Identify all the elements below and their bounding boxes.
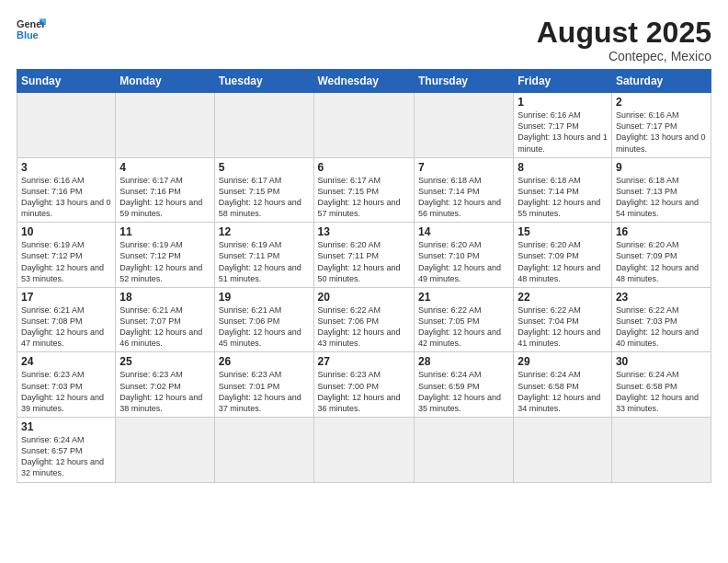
day-info: Sunrise: 6:20 AM Sunset: 7:09 PM Dayligh… xyxy=(518,239,608,284)
day-info: Sunrise: 6:17 AM Sunset: 7:15 PM Dayligh… xyxy=(318,175,410,220)
calendar-cell-w5-d4: 27Sunrise: 6:23 AM Sunset: 7:00 PM Dayli… xyxy=(313,352,414,418)
day-number: 10 xyxy=(21,225,111,238)
day-number: 22 xyxy=(518,291,608,304)
day-info: Sunrise: 6:18 AM Sunset: 7:14 PM Dayligh… xyxy=(518,175,608,220)
calendar-cell-w2-d2: 4Sunrise: 6:17 AM Sunset: 7:16 PM Daylig… xyxy=(116,157,214,223)
calendar-cell-w1-d3 xyxy=(214,93,313,158)
day-number: 11 xyxy=(119,225,210,238)
day-info: Sunrise: 6:17 AM Sunset: 7:15 PM Dayligh… xyxy=(219,175,310,220)
calendar-table: Sunday Monday Tuesday Wednesday Thursday… xyxy=(17,69,711,482)
calendar-cell-w5-d1: 24Sunrise: 6:23 AM Sunset: 7:03 PM Dayli… xyxy=(17,352,116,418)
day-number: 1 xyxy=(518,96,608,109)
day-number: 25 xyxy=(119,355,210,368)
day-info: Sunrise: 6:24 AM Sunset: 6:58 PM Dayligh… xyxy=(616,369,707,414)
day-number: 26 xyxy=(219,355,310,368)
day-number: 4 xyxy=(119,161,210,174)
col-thursday: Thursday xyxy=(414,70,513,93)
calendar-cell-w2-d7: 9Sunrise: 6:18 AM Sunset: 7:13 PM Daylig… xyxy=(611,157,711,223)
calendar-cell-w5-d3: 26Sunrise: 6:23 AM Sunset: 7:01 PM Dayli… xyxy=(214,352,313,418)
calendar-cell-w3-d7: 16Sunrise: 6:20 AM Sunset: 7:09 PM Dayli… xyxy=(611,223,711,288)
calendar-cell-w6-d3 xyxy=(214,418,313,483)
day-number: 31 xyxy=(21,420,111,433)
calendar-cell-w3-d6: 15Sunrise: 6:20 AM Sunset: 7:09 PM Dayli… xyxy=(514,223,612,288)
day-info: Sunrise: 6:22 AM Sunset: 7:05 PM Dayligh… xyxy=(418,304,509,350)
col-sunday: Sunday xyxy=(17,70,116,93)
day-info: Sunrise: 6:20 AM Sunset: 7:11 PM Dayligh… xyxy=(318,239,410,284)
day-info: Sunrise: 6:23 AM Sunset: 7:03 PM Dayligh… xyxy=(21,369,111,414)
location-subtitle: Contepec, Mexico xyxy=(537,49,711,63)
calendar-cell-w3-d3: 12Sunrise: 6:19 AM Sunset: 7:11 PM Dayli… xyxy=(214,223,313,288)
day-info: Sunrise: 6:19 AM Sunset: 7:11 PM Dayligh… xyxy=(219,239,310,284)
day-info: Sunrise: 6:18 AM Sunset: 7:14 PM Dayligh… xyxy=(418,175,509,220)
day-number: 2 xyxy=(616,96,707,109)
day-number: 30 xyxy=(616,355,707,368)
generalblue-logo-icon: General Blue xyxy=(17,17,46,42)
day-info: Sunrise: 6:19 AM Sunset: 7:12 PM Dayligh… xyxy=(119,239,210,284)
day-number: 18 xyxy=(119,291,210,304)
calendar-cell-w4-d2: 18Sunrise: 6:21 AM Sunset: 7:07 PM Dayli… xyxy=(116,287,214,352)
calendar-cell-w2-d6: 8Sunrise: 6:18 AM Sunset: 7:14 PM Daylig… xyxy=(514,157,612,223)
day-info: Sunrise: 6:22 AM Sunset: 7:06 PM Dayligh… xyxy=(318,304,410,350)
calendar-cell-w3-d4: 13Sunrise: 6:20 AM Sunset: 7:11 PM Dayli… xyxy=(313,223,414,288)
calendar-cell-w3-d1: 10Sunrise: 6:19 AM Sunset: 7:12 PM Dayli… xyxy=(17,223,116,288)
calendar-week-1: 1Sunrise: 6:16 AM Sunset: 7:17 PM Daylig… xyxy=(17,93,711,158)
calendar-cell-w5-d2: 25Sunrise: 6:23 AM Sunset: 7:02 PM Dayli… xyxy=(116,352,214,418)
day-number: 28 xyxy=(418,355,509,368)
month-year-title: August 2025 xyxy=(537,17,711,49)
calendar-cell-w6-d7 xyxy=(611,418,711,483)
day-number: 20 xyxy=(318,291,410,304)
day-info: Sunrise: 6:24 AM Sunset: 6:59 PM Dayligh… xyxy=(418,369,509,414)
day-info: Sunrise: 6:16 AM Sunset: 7:17 PM Dayligh… xyxy=(616,109,707,155)
day-info: Sunrise: 6:22 AM Sunset: 7:03 PM Dayligh… xyxy=(616,304,707,350)
day-number: 21 xyxy=(418,291,509,304)
day-info: Sunrise: 6:21 AM Sunset: 7:08 PM Dayligh… xyxy=(21,304,111,350)
calendar-cell-w1-d6: 1Sunrise: 6:16 AM Sunset: 7:17 PM Daylig… xyxy=(514,93,612,158)
col-monday: Monday xyxy=(116,70,214,93)
day-number: 15 xyxy=(518,225,608,238)
day-number: 24 xyxy=(21,355,111,368)
day-number: 16 xyxy=(616,225,707,238)
calendar-cell-w5-d6: 29Sunrise: 6:24 AM Sunset: 6:58 PM Dayli… xyxy=(514,352,612,418)
calendar-cell-w5-d5: 28Sunrise: 6:24 AM Sunset: 6:59 PM Dayli… xyxy=(414,352,513,418)
calendar-cell-w4-d5: 21Sunrise: 6:22 AM Sunset: 7:05 PM Dayli… xyxy=(414,287,513,352)
calendar-cell-w2-d4: 6Sunrise: 6:17 AM Sunset: 7:15 PM Daylig… xyxy=(313,157,414,223)
day-info: Sunrise: 6:19 AM Sunset: 7:12 PM Dayligh… xyxy=(21,239,111,284)
calendar-cell-w3-d5: 14Sunrise: 6:20 AM Sunset: 7:10 PM Dayli… xyxy=(414,223,513,288)
day-number: 7 xyxy=(418,161,509,174)
day-number: 23 xyxy=(616,291,707,304)
calendar-cell-w2-d1: 3Sunrise: 6:16 AM Sunset: 7:16 PM Daylig… xyxy=(17,157,116,223)
day-number: 13 xyxy=(318,225,410,238)
day-number: 29 xyxy=(518,355,608,368)
day-number: 8 xyxy=(518,161,608,174)
calendar-cell-w1-d2 xyxy=(116,93,214,158)
col-tuesday: Tuesday xyxy=(214,70,313,93)
calendar-header-row: Sunday Monday Tuesday Wednesday Thursday… xyxy=(17,70,711,93)
calendar-week-4: 17Sunrise: 6:21 AM Sunset: 7:08 PM Dayli… xyxy=(17,287,711,352)
calendar-cell-w4-d3: 19Sunrise: 6:21 AM Sunset: 7:06 PM Dayli… xyxy=(214,287,313,352)
day-info: Sunrise: 6:20 AM Sunset: 7:10 PM Dayligh… xyxy=(418,239,509,284)
day-info: Sunrise: 6:21 AM Sunset: 7:06 PM Dayligh… xyxy=(219,304,310,350)
header: General Blue August 2025 Contepec, Mexic… xyxy=(17,17,711,63)
calendar-week-5: 24Sunrise: 6:23 AM Sunset: 7:03 PM Dayli… xyxy=(17,352,711,418)
calendar-cell-w6-d5 xyxy=(414,418,513,483)
calendar-cell-w6-d6 xyxy=(514,418,612,483)
day-info: Sunrise: 6:18 AM Sunset: 7:13 PM Dayligh… xyxy=(616,175,707,220)
day-number: 9 xyxy=(616,161,707,174)
calendar-week-2: 3Sunrise: 6:16 AM Sunset: 7:16 PM Daylig… xyxy=(17,157,711,223)
day-info: Sunrise: 6:22 AM Sunset: 7:04 PM Dayligh… xyxy=(518,304,608,350)
calendar-cell-w6-d4 xyxy=(313,418,414,483)
day-info: Sunrise: 6:17 AM Sunset: 7:16 PM Dayligh… xyxy=(119,175,210,220)
day-number: 17 xyxy=(21,291,111,304)
logo: General Blue xyxy=(17,17,46,42)
calendar-cell-w6-d1: 31Sunrise: 6:24 AM Sunset: 6:57 PM Dayli… xyxy=(17,418,116,483)
calendar-cell-w2-d3: 5Sunrise: 6:17 AM Sunset: 7:15 PM Daylig… xyxy=(214,157,313,223)
day-info: Sunrise: 6:21 AM Sunset: 7:07 PM Dayligh… xyxy=(119,304,210,350)
day-info: Sunrise: 6:16 AM Sunset: 7:17 PM Dayligh… xyxy=(518,109,608,155)
calendar-cell-w1-d4 xyxy=(313,93,414,158)
calendar-week-6: 31Sunrise: 6:24 AM Sunset: 6:57 PM Dayli… xyxy=(17,418,711,483)
day-info: Sunrise: 6:24 AM Sunset: 6:58 PM Dayligh… xyxy=(518,369,608,414)
day-number: 27 xyxy=(318,355,410,368)
col-wednesday: Wednesday xyxy=(313,70,414,93)
calendar-cell-w3-d2: 11Sunrise: 6:19 AM Sunset: 7:12 PM Dayli… xyxy=(116,223,214,288)
calendar-cell-w4-d7: 23Sunrise: 6:22 AM Sunset: 7:03 PM Dayli… xyxy=(611,287,711,352)
